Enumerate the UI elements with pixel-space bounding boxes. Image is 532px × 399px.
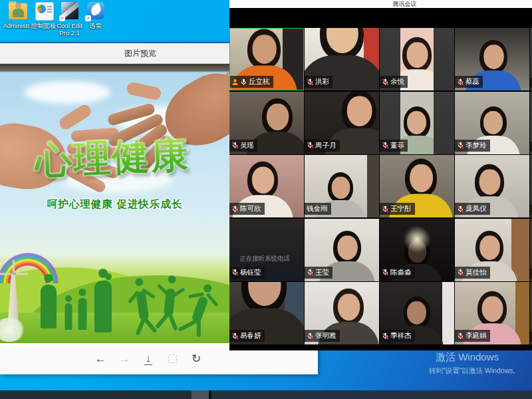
participant-name: 王宁彤: [390, 204, 412, 213]
participant-name: 李庭娟: [466, 331, 487, 340]
participant-name: 季祥杰: [390, 331, 412, 340]
participant-name: 张明雅: [315, 331, 336, 340]
participant-name: 陈可欣: [240, 204, 261, 213]
muted-mic-icon: [307, 78, 314, 86]
participant-name-chip: 周子月: [305, 140, 340, 152]
muted-mic-icon: [457, 78, 464, 86]
participant-name-chip: 丘立杭: [229, 76, 273, 88]
participant-tile[interactable]: 周子月: [305, 92, 379, 154]
fit-screen-icon[interactable]: [165, 352, 180, 366]
light-spot: [402, 225, 432, 254]
participant-tile[interactable]: 陈可欣: [229, 155, 304, 217]
muted-mic-icon: [382, 269, 389, 276]
participant-tile[interactable]: 庞凤仪: [455, 155, 529, 217]
participant-tile[interactable]: 王莹: [305, 219, 379, 281]
participant-name-chip: 王莹: [305, 267, 332, 279]
participant-name: 蔡蕊: [466, 77, 479, 86]
poster-title: 心理健康: [0, 128, 225, 189]
participant-name: 杨钰莹: [240, 268, 261, 277]
desktop-icon-label: 迅雷: [89, 22, 102, 29]
muted-mic-icon: [457, 269, 464, 276]
participant-name: 丘立杭: [249, 77, 270, 86]
meeting-window-title: 腾讯会议: [393, 0, 417, 9]
system-call-overlay: 正在接听系统电话: [239, 255, 290, 263]
person-silhouette: [93, 269, 113, 332]
participant-tile[interactable]: 王宁彤: [380, 155, 454, 217]
participant-tile[interactable]: 余悦: [380, 28, 454, 90]
participant-name-chip: 莫佳怡: [455, 267, 490, 279]
mic-on-icon: [240, 78, 247, 86]
participant-name: 王莹: [315, 268, 329, 277]
participant-name-chip: 张明雅: [305, 330, 340, 342]
participant-tile[interactable]: 莫佳怡: [455, 219, 529, 281]
user-folder-icon: [7, 1, 29, 21]
cool-edit-icon: [59, 1, 81, 21]
activate-windows-watermark: 激活 Windows 转到"设置"以激活 Windows,: [429, 351, 515, 376]
person-silhouette: [77, 289, 88, 330]
participant-tile[interactable]: 易春妍: [229, 282, 304, 344]
participant-name: 洪彩: [315, 77, 329, 86]
muted-mic-icon: [231, 269, 239, 276]
participant-tile[interactable]: 陈淼淼: [380, 219, 454, 281]
participant-name: 吴瑶: [240, 141, 254, 150]
taskbar[interactable]: [0, 390, 532, 399]
muted-mic-icon: [457, 142, 464, 149]
download-icon[interactable]: ↓: [141, 352, 156, 366]
participant-tile[interactable]: 张明雅: [305, 282, 379, 344]
forward-icon[interactable]: →: [117, 352, 132, 366]
participant-name-chip: 杨钰莹: [229, 267, 265, 279]
taskbar-right-section: [211, 390, 532, 399]
meeting-title-bar: 腾讯会议: [229, 0, 532, 8]
taskbar-app-indicator[interactable]: [192, 390, 209, 399]
participant-tile[interactable]: 李庭娟: [455, 282, 529, 344]
participant-name-chip: 李梦玲: [455, 140, 490, 152]
participant-tile[interactable]: 季祥杰: [380, 282, 454, 344]
muted-mic-icon: [307, 142, 314, 149]
participant-name: 周子月: [315, 141, 336, 150]
participant-tile[interactable]: 董菲: [380, 92, 454, 154]
meeting-window: 腾讯会议 丘立杭洪彩余悦蔡蕊吴瑶周子月董菲李梦玲陈可欣钱金雨王宁彤庞凤仪正在接听…: [229, 0, 532, 350]
preview-window-title: 图片预览: [124, 48, 156, 59]
taskbar-divider: [209, 390, 211, 399]
rotate-icon[interactable]: ↻: [189, 352, 203, 366]
muted-mic-icon: [307, 269, 314, 276]
muted-mic-icon: [382, 78, 389, 86]
back-icon[interactable]: ←: [93, 352, 108, 366]
participant-name: 余悦: [390, 77, 404, 86]
video-background-panel: [367, 155, 379, 217]
participant-name-chip: 庞凤仪: [455, 203, 490, 215]
participant-tile[interactable]: 洪彩: [305, 28, 379, 90]
desktop-icon-control-panel[interactable]: 控制面板: [31, 1, 57, 37]
participant-grid: 丘立杭洪彩余悦蔡蕊吴瑶周子月董菲李梦玲陈可欣钱金雨王宁彤庞凤仪正在接听系统电话杨…: [229, 28, 532, 344]
participant-tile[interactable]: 蔡蕊: [455, 28, 529, 90]
control-panel-icon: [33, 1, 55, 21]
participant-name-chip: 李庭娟: [455, 330, 490, 342]
activate-line1: 激活 Windows: [429, 351, 515, 364]
desktop-icon-cool-edit[interactable]: Cool Edit Pro 2.1: [57, 1, 82, 37]
meeting-content: 丘立杭洪彩余悦蔡蕊吴瑶周子月董菲李梦玲陈可欣钱金雨王宁彤庞凤仪正在接听系统电话杨…: [229, 8, 532, 350]
participant-tile[interactable]: 吴瑶: [229, 92, 304, 154]
participant-name: 易春妍: [240, 331, 261, 340]
host-person-icon: [231, 78, 239, 86]
desktop-icon-thunder[interactable]: 迅雷: [82, 1, 108, 37]
participant-name-chip: 洪彩: [305, 76, 332, 88]
participant-tile[interactable]: 丘立杭: [229, 28, 304, 90]
shortcut-arrow-icon: [85, 15, 91, 21]
shortcut-arrow-icon: [59, 15, 65, 21]
participant-tile[interactable]: 正在接听系统电话杨钰莹: [229, 219, 304, 281]
muted-mic-icon: [307, 332, 314, 340]
muted-mic-icon: [457, 205, 464, 213]
participant-tile[interactable]: 钱金雨: [305, 155, 379, 217]
participant-name-chip: 王宁彤: [380, 203, 415, 215]
participant-name-chip: 吴瑶: [229, 140, 257, 152]
thunder-icon: [84, 1, 107, 21]
participant-tile[interactable]: 李梦玲: [455, 92, 529, 154]
participant-name: 董菲: [390, 141, 404, 150]
muted-mic-icon: [231, 205, 239, 213]
participant-name-chip: 陈可欣: [229, 203, 265, 215]
desktop-icon-administrator[interactable]: Administr...: [5, 1, 31, 37]
participant-name: 莫佳怡: [466, 268, 487, 277]
participant-name-chip: 钱金雨: [305, 203, 331, 215]
desktop-icon-label: Cool Edit Pro 2.1: [57, 22, 82, 37]
windmill-illustration: [1, 260, 28, 323]
